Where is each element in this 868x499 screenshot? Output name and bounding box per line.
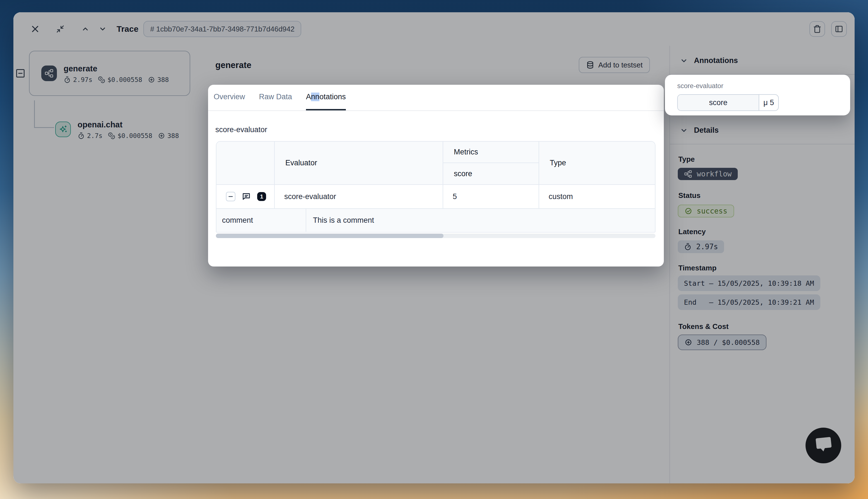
minus-icon (228, 194, 233, 199)
annotations-card: Overview Raw Data Annotations score-eval… (208, 85, 664, 267)
comments-button[interactable] (242, 192, 251, 201)
type-cell: custom (539, 184, 655, 208)
tab-bar: Overview Raw Data Annotations (208, 85, 664, 111)
comment-count-badge: 1 (257, 192, 266, 201)
comment-icon (242, 192, 251, 201)
annotations-table: Evaluator Metrics Type score (216, 141, 655, 232)
table-row: 1 score-evaluator 5 custom (216, 184, 655, 208)
tab-overview[interactable]: Overview (214, 85, 245, 110)
score-evaluator-popover: score-evaluator score μ 5 (665, 75, 850, 115)
tab-text-selected: nn (311, 93, 320, 101)
evaluator-cell: score-evaluator (275, 184, 443, 208)
metric-name: score (678, 95, 759, 110)
tab-annotations[interactable]: Annotations (306, 85, 346, 110)
tab-text: A (306, 93, 311, 101)
evaluator-section-title: score-evaluator (215, 125, 267, 134)
comment-key: comment (216, 209, 306, 232)
metric-subheader: score (443, 163, 539, 184)
type-column-header: Type (539, 142, 655, 184)
horizontal-scrollbar[interactable] (216, 234, 655, 238)
row-actions: 1 (226, 192, 274, 201)
metric-aggregate: μ 5 (759, 95, 778, 110)
comment-value: This is a comment (306, 216, 374, 225)
trace-window: Trace # 1cbb70e7-34a1-7bb7-3498-771b7d46… (13, 12, 855, 483)
evaluator-column-header: Evaluator (275, 142, 443, 184)
collapse-row-button[interactable] (226, 192, 236, 201)
tab-text: otations (320, 93, 346, 101)
scrollbar-thumb[interactable] (216, 234, 444, 238)
score-cell: 5 (443, 184, 539, 208)
tab-raw-data[interactable]: Raw Data (259, 85, 292, 110)
desktop-background: Trace # 1cbb70e7-34a1-7bb7-3498-771b7d46… (0, 0, 868, 499)
comment-row: comment This is a comment (216, 209, 655, 232)
evaluator-name-label: score-evaluator (677, 82, 723, 90)
actions-column-header (216, 142, 275, 184)
metric-pill[interactable]: score μ 5 (677, 94, 779, 111)
metrics-column-header: Metrics (443, 142, 539, 163)
